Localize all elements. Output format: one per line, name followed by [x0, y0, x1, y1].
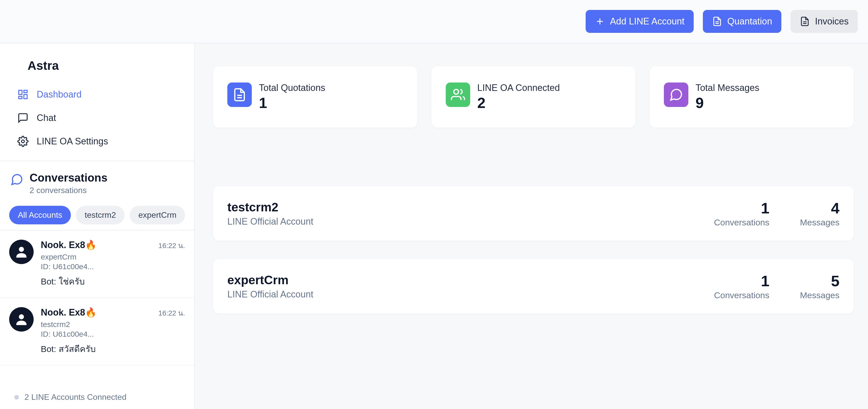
- stat-total-messages: Total Messages 9: [650, 66, 854, 128]
- nav-settings-label: LINE OA Settings: [37, 136, 108, 147]
- conversations-title: Conversations: [30, 171, 107, 184]
- account-subtitle: LINE Official Account: [227, 216, 714, 227]
- add-line-label: Add LINE Account: [610, 16, 684, 27]
- primary-nav: Dashboard Chat LINE OA Settings: [0, 83, 194, 161]
- account-name: testcrm2: [227, 200, 714, 214]
- conversation-time: 16:22 น.: [158, 240, 185, 251]
- brand-title: Astra: [0, 43, 194, 83]
- account-conversations-value: 1: [714, 272, 769, 290]
- account-card[interactable]: testcrm2 LINE Official Account 1 Convers…: [213, 186, 854, 241]
- conversation-message: Bot: ใช่ครับ: [41, 275, 185, 288]
- conversations-icon: [10, 173, 24, 186]
- stat-value: 2: [477, 94, 560, 111]
- avatar: [9, 240, 34, 264]
- conversation-name: Nook. Ex8🔥: [41, 240, 97, 250]
- account-subtitle: LINE Official Account: [227, 289, 714, 300]
- account-messages-value: 5: [800, 272, 839, 290]
- stats-row: Total Quotations 1 LINE OA Connected 2: [213, 66, 854, 128]
- conversation-account: testcrm2: [41, 320, 185, 329]
- conversation-item[interactable]: Nook. Ex8🔥 16:22 น. expertCrm ID: U61c00…: [0, 231, 194, 298]
- stat-label: LINE OA Connected: [477, 82, 560, 93]
- quotation-button[interactable]: Quantation: [703, 10, 781, 33]
- avatar: [9, 307, 34, 332]
- svg-rect-8: [24, 95, 27, 99]
- main-content: Total Quotations 1 LINE OA Connected 2: [195, 43, 868, 409]
- conversations-header: Conversations 2 conversations: [0, 161, 194, 202]
- conversations-subtitle: 2 conversations: [30, 186, 107, 195]
- status-dot-icon: [14, 395, 19, 400]
- user-icon: [14, 312, 29, 327]
- account-messages-value: 4: [800, 199, 839, 217]
- stat-label: Total Quotations: [259, 82, 325, 93]
- nav-chat-label: Chat: [37, 112, 56, 123]
- status-text: 2 LINE Accounts Connected: [25, 393, 126, 402]
- svg-rect-7: [24, 91, 27, 93]
- file-icon: [800, 16, 810, 27]
- stat-line-connected: LINE OA Connected 2: [431, 66, 636, 128]
- conversation-id: ID: U61c00e4...: [41, 330, 185, 338]
- stat-label: Total Messages: [695, 82, 759, 93]
- conversation-id: ID: U61c00e4...: [41, 262, 185, 271]
- account-name: expertCrm: [227, 273, 714, 287]
- nav-chat[interactable]: Chat: [17, 106, 184, 130]
- chat-icon: [17, 112, 29, 124]
- account-conversations-label: Conversations: [714, 290, 769, 300]
- user-icon: [14, 244, 29, 260]
- dashboard-icon: [17, 89, 29, 100]
- users-icon: [446, 82, 470, 107]
- plus-icon: [595, 16, 605, 27]
- conversation-item[interactable]: Nook. Ex8🔥 16:22 น. testcrm2 ID: U61c00e…: [0, 298, 194, 366]
- stat-value: 1: [259, 94, 325, 111]
- svg-point-11: [19, 247, 24, 252]
- chat-bubble-icon: [664, 82, 688, 107]
- svg-rect-9: [19, 96, 22, 99]
- conversation-account: expertCrm: [41, 252, 185, 261]
- account-filters: All Accounts testcrm2 expertCrm: [0, 202, 194, 231]
- sidebar: Astra Dashboard Chat LINE OA Settings Co…: [0, 43, 195, 409]
- add-line-account-button[interactable]: Add LINE Account: [586, 10, 694, 33]
- top-bar: Add LINE Account Quantation Invoices: [0, 0, 868, 43]
- conversations-list: Nook. Ex8🔥 16:22 น. expertCrm ID: U61c00…: [0, 231, 194, 409]
- nav-dashboard-label: Dashboard: [37, 89, 82, 100]
- accounts-list: testcrm2 LINE Official Account 1 Convers…: [213, 186, 854, 313]
- file-text-icon: [712, 16, 722, 27]
- filter-all-accounts[interactable]: All Accounts: [9, 206, 71, 225]
- stat-value: 9: [695, 94, 759, 111]
- account-card[interactable]: expertCrm LINE Official Account 1 Conver…: [213, 259, 854, 313]
- status-bar: 2 LINE Accounts Connected: [0, 385, 194, 409]
- conversation-message: Bot: สวัสดีครับ: [41, 342, 185, 356]
- account-conversations-label: Conversations: [714, 217, 769, 228]
- conversation-time: 16:22 น.: [158, 307, 185, 318]
- svg-point-15: [454, 90, 459, 94]
- gear-icon: [17, 136, 29, 147]
- account-messages-label: Messages: [800, 290, 839, 300]
- quotation-label: Quantation: [727, 16, 772, 27]
- svg-rect-6: [19, 91, 22, 95]
- nav-settings[interactable]: LINE OA Settings: [17, 130, 184, 153]
- stat-total-quotations: Total Quotations 1: [213, 66, 417, 128]
- account-conversations-value: 1: [714, 199, 769, 217]
- filter-expertcrm[interactable]: expertCrm: [130, 206, 185, 225]
- svg-point-12: [19, 314, 24, 319]
- conversation-name: Nook. Ex8🔥: [41, 307, 97, 318]
- filter-testcrm2[interactable]: testcrm2: [76, 206, 125, 225]
- svg-point-10: [22, 140, 25, 143]
- file-icon: [227, 82, 252, 107]
- invoices-button[interactable]: Invoices: [790, 10, 858, 33]
- invoices-label: Invoices: [815, 16, 849, 27]
- nav-dashboard[interactable]: Dashboard: [17, 83, 184, 106]
- account-messages-label: Messages: [800, 217, 839, 228]
